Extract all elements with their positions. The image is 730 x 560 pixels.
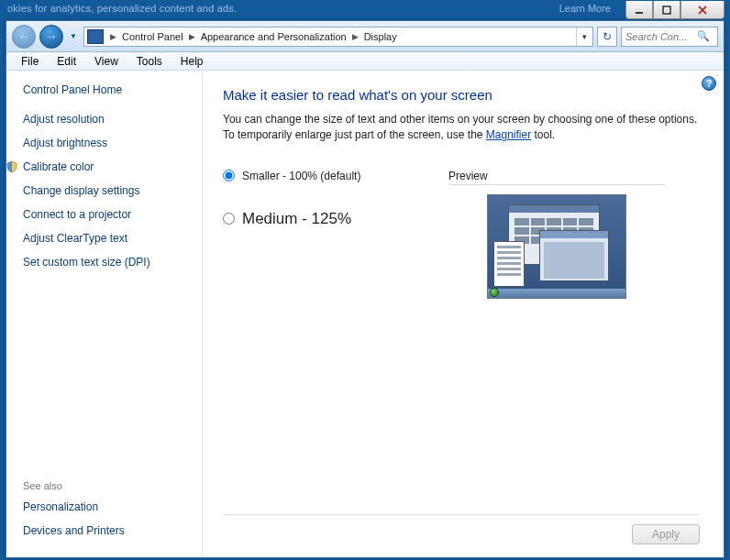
sidebar-link-label: Adjust resolution	[23, 113, 105, 126]
sidebar: Control Panel Home Adjust resolutionAdju…	[6, 71, 203, 557]
chevron-right-icon[interactable]: ▶	[348, 32, 362, 41]
refresh-button[interactable]: ↻	[597, 27, 617, 47]
minimize-button[interactable]	[625, 1, 653, 19]
sidebar-link-label: Adjust brightness	[23, 137, 107, 149]
breadcrumb-segment[interactable]: Control Panel	[120, 31, 185, 42]
main-content: ? Make it easier to read what's on your …	[203, 71, 724, 557]
preview-image	[487, 194, 626, 299]
address-bar: ← → ▼ ▶ Control Panel ▶ Appearance and P…	[6, 21, 724, 52]
menu-file[interactable]: File	[12, 53, 48, 70]
help-button[interactable]: ?	[702, 76, 716, 91]
menu-view[interactable]: View	[85, 53, 127, 70]
menu-help[interactable]: Help	[171, 53, 213, 70]
size-radio-125[interactable]	[223, 213, 235, 225]
size-option-100[interactable]: Smaller - 100% (default)	[223, 170, 425, 182]
breadcrumb[interactable]: ▶ Control Panel ▶ Appearance and Persona…	[83, 27, 593, 47]
size-option-125[interactable]: Medium - 125%	[223, 210, 425, 228]
size-option-label: Smaller - 100% (default)	[242, 170, 360, 182]
menu-bar: File Edit View Tools Help	[6, 52, 724, 71]
preview-label: Preview	[448, 170, 665, 185]
close-button[interactable]	[680, 1, 724, 19]
window-controls	[625, 1, 724, 19]
sidebar-link-label: Change display settings	[23, 184, 139, 197]
see-also-link-devices-and-printers[interactable]: Devices and Printers	[23, 524, 193, 537]
control-panel-window: ← → ▼ ▶ Control Panel ▶ Appearance and P…	[6, 20, 724, 558]
sidebar-link-adjust-resolution[interactable]: Adjust resolution	[23, 113, 193, 126]
menu-tools[interactable]: Tools	[127, 53, 171, 70]
sidebar-link-label: Connect to a projector	[23, 208, 131, 221]
sidebar-link-change-display-settings[interactable]: Change display settings	[23, 184, 193, 197]
breadcrumb-segment[interactable]: Display	[362, 31, 399, 42]
sidebar-link-connect-to-a-projector[interactable]: Connect to a projector	[23, 208, 193, 221]
magnifier-link[interactable]: Magnifier	[486, 128, 531, 141]
sidebar-link-label: Set custom text size (DPI)	[23, 256, 150, 269]
control-panel-icon	[87, 29, 104, 44]
background-text-right: Learn More	[559, 3, 611, 14]
size-options: Smaller - 100% (default)Medium - 125%	[223, 170, 425, 299]
nav-history-dropdown[interactable]: ▼	[67, 27, 80, 47]
breadcrumb-segment[interactable]: Appearance and Personalization	[199, 31, 348, 42]
sidebar-link-set-custom-text-size-dpi-[interactable]: Set custom text size (DPI)	[23, 256, 193, 269]
sidebar-link-calibrate-color[interactable]: Calibrate color	[23, 160, 193, 173]
see-also-heading: See also	[23, 480, 193, 491]
shield-icon	[6, 160, 18, 173]
size-option-label: Medium - 125%	[242, 210, 351, 228]
control-panel-home-link[interactable]: Control Panel Home	[23, 83, 193, 96]
svg-rect-1	[663, 6, 670, 14]
search-box[interactable]: 🔍	[621, 27, 718, 47]
breadcrumb-dropdown[interactable]: ▾	[576, 27, 592, 46]
menu-edit[interactable]: Edit	[48, 53, 85, 70]
forward-button[interactable]: →	[39, 25, 63, 49]
apply-button[interactable]: Apply	[632, 524, 700, 544]
sidebar-link-adjust-cleartype-text[interactable]: Adjust ClearType text	[23, 232, 193, 245]
maximize-button[interactable]	[653, 1, 680, 19]
svg-rect-0	[636, 12, 643, 14]
search-input[interactable]	[625, 31, 697, 42]
sidebar-link-label: Adjust ClearType text	[23, 232, 127, 245]
search-icon[interactable]: 🔍	[697, 30, 710, 42]
chevron-right-icon[interactable]: ▶	[106, 32, 120, 41]
chevron-right-icon[interactable]: ▶	[185, 32, 199, 41]
sidebar-link-adjust-brightness[interactable]: Adjust brightness	[23, 137, 193, 149]
size-radio-100[interactable]	[223, 170, 235, 181]
back-button[interactable]: ←	[12, 25, 36, 49]
see-also-link-personalization[interactable]: Personalization	[23, 500, 193, 513]
page-description: You can change the size of text and othe…	[223, 112, 700, 144]
page-title: Make it easier to read what's on your sc…	[223, 87, 700, 103]
sidebar-link-label: Calibrate color	[23, 160, 94, 173]
background-text: okies for analytics, personalized conten…	[7, 3, 237, 14]
